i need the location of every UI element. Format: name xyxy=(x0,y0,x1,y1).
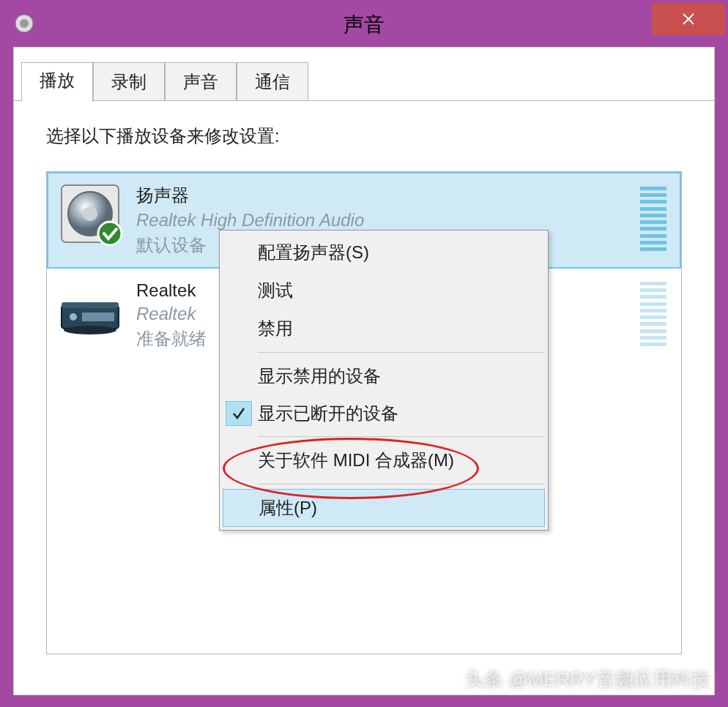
tab-sounds[interactable]: 声音 xyxy=(165,62,237,101)
check-icon xyxy=(223,495,259,521)
level-meter xyxy=(640,187,666,251)
context-menu: 配置扬声器(S) 测试 禁用 显示禁用的设备 显示已断开的设备 关于软件 MID… xyxy=(219,230,549,531)
check-icon xyxy=(223,239,258,266)
app-icon xyxy=(13,12,35,37)
menu-separator xyxy=(258,436,545,437)
svg-rect-12 xyxy=(82,313,114,321)
check-icon xyxy=(223,363,258,389)
menu-separator xyxy=(258,352,545,353)
menu-properties[interactable]: 属性(P) xyxy=(223,489,545,527)
menu-disable[interactable]: 禁用 xyxy=(223,310,545,348)
check-icon xyxy=(223,277,258,304)
svg-point-1 xyxy=(20,19,29,28)
menu-show-disconnected[interactable]: 显示已断开的设备 xyxy=(223,395,545,432)
tab-recording[interactable]: 录制 xyxy=(93,62,165,101)
instruction-text: 选择以下播放设备来修改设置: xyxy=(46,124,682,148)
svg-rect-9 xyxy=(62,302,119,308)
device-sub: Realtek High Definition Audio xyxy=(136,210,640,231)
window-title: 声音 xyxy=(343,11,385,39)
device-name: 扬声器 xyxy=(136,184,640,207)
menu-show-disabled[interactable]: 显示禁用的设备 xyxy=(223,357,545,395)
speaker-icon xyxy=(57,181,123,247)
check-icon xyxy=(223,447,258,474)
close-button[interactable] xyxy=(652,3,725,35)
svg-point-7 xyxy=(98,222,122,245)
svg-point-6 xyxy=(83,206,97,221)
tab-playback[interactable]: 播放 xyxy=(21,62,93,102)
menu-configure-speakers[interactable]: 配置扬声器(S) xyxy=(223,233,545,272)
titlebar: 声音 xyxy=(3,3,725,47)
svg-point-10 xyxy=(64,326,116,334)
menu-test[interactable]: 测试 xyxy=(223,272,545,310)
check-icon xyxy=(226,401,252,426)
level-meter xyxy=(640,282,666,346)
menu-about-midi[interactable]: 关于软件 MIDI 合成器(M) xyxy=(223,441,545,479)
menu-separator xyxy=(258,484,545,485)
tab-communications[interactable]: 通信 xyxy=(237,62,308,101)
close-icon xyxy=(682,12,695,26)
check-icon xyxy=(223,315,258,342)
svg-point-11 xyxy=(70,313,77,321)
receiver-icon xyxy=(57,277,123,343)
